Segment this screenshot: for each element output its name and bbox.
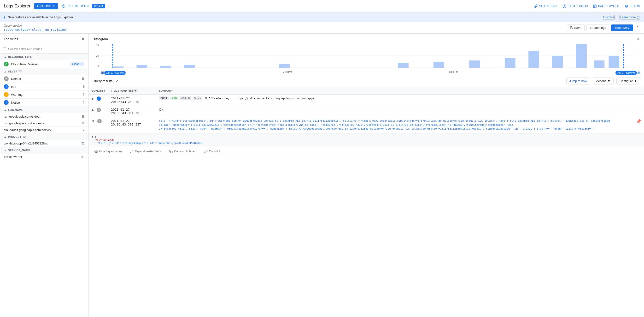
copy-icon: [169, 150, 173, 153]
configure-button[interactable]: Configure ▼: [616, 78, 640, 85]
learn-more-button[interactable]: Learn more: [620, 15, 640, 20]
clear-button[interactable]: Clear ✕: [70, 62, 85, 66]
expand-icon[interactable]: ⤢: [115, 79, 118, 83]
resource-type-section-header[interactable]: ▲ RESOURCE TYPE: [0, 54, 88, 60]
layout-icon: [593, 4, 597, 8]
row-expand-button-3[interactable]: ▼: [92, 119, 95, 123]
expand-nested-button[interactable]: Expand nested fields: [128, 149, 164, 154]
chevron-down-icon-project: ▲: [4, 135, 6, 138]
histogram-chart-area[interactable]: [101, 44, 635, 68]
ist-dropdown-icon: ▼: [134, 89, 137, 92]
results-table: SEVERITY TIMESTAMP IST ▼ SUMMARY: [89, 87, 644, 156]
svg-rect-13: [137, 65, 148, 68]
histogram-title: Histogram: [92, 37, 108, 41]
search-icon: ☰: [3, 47, 6, 51]
sidebar-item-activity[interactable]: cloudaudit.googleapis.com/activity 2: [0, 127, 88, 133]
log-name-activity: cloudaudit.googleapis.com/activity: [4, 128, 83, 132]
default-icon-row2: ✳: [96, 108, 101, 112]
sidebar-item-info[interactable]: i Info 9: [0, 83, 88, 91]
copy-to-clipboard-button[interactable]: Copy to clipboard: [167, 149, 198, 154]
pin-icon[interactable]: 📌: [636, 119, 641, 124]
clear-x-icon: ✕: [80, 62, 83, 66]
svg-rect-25: [609, 56, 620, 68]
json-expanded-view: ▼ { textPayload: "file: {"kind":"storage…: [89, 133, 644, 147]
warning-severity-icon: !: [4, 92, 9, 97]
service-name-label: SERVICE_NAME: [8, 149, 30, 152]
refine-scope-button[interactable]: REFINE SCOPE Project: [62, 4, 105, 9]
histogram-x-axis: Jan 27, 7:09 PM 7:30 PM 8:00 PM Jan 27, …: [101, 71, 640, 75]
sidebar-item-stdout[interactable]: run.googleapis.com/stdout 38: [0, 113, 88, 120]
default-severity-icon: ✳: [4, 76, 9, 81]
sidebar-item-warning[interactable]: ! Warning 3: [0, 91, 88, 99]
severity-notice-label: Notice: [11, 101, 83, 104]
histogram-close-button[interactable]: ✕: [636, 37, 640, 42]
col-header-severity: SEVERITY: [89, 87, 108, 95]
svg-rect-15: [184, 65, 195, 68]
table-row: ▼ ✳ 2021-01-27 20:06:43.301 IST file: {"…: [89, 117, 644, 133]
header: Logs Explorer OPTIONS ▼ REFINE SCOPE Pro…: [0, 0, 644, 13]
search-input[interactable]: [8, 47, 86, 51]
project-id-count: 52: [82, 142, 85, 145]
collapse-button[interactable]: ⌃: [635, 25, 640, 31]
sidebar-title: Log fields: [4, 37, 18, 41]
svg-point-0: [62, 5, 65, 8]
expand-toggle-icon[interactable]: ▼: [92, 135, 93, 138]
sidebar-item-cloud-run-revision[interactable]: ✓ Cloud Run Revision Clear ✕: [0, 60, 88, 68]
learn-button[interactable]: LEARN: [624, 4, 640, 8]
service-name-value: pdf-converter: [4, 155, 82, 159]
share-link-button[interactable]: SHARE LINK: [534, 4, 558, 8]
severity-cell: ▶ i: [89, 95, 108, 106]
project-id-section-header[interactable]: ▲ PROJECT_ID: [0, 133, 88, 140]
service-name-section-header[interactable]: ▲ SERVICE_NAME: [0, 147, 88, 154]
copy-link-button[interactable]: Copy link: [202, 149, 223, 154]
main-layout: Log fields ✕ ☰ ▲ RESOURCE TYPE ✓ Cloud R…: [0, 34, 644, 317]
log-name-requests-count: 12: [82, 122, 85, 125]
resource-type-name: Cloud Run Revision: [11, 62, 70, 66]
app-title: Logs Explorer: [4, 4, 30, 9]
stream-logs-button[interactable]: Stream logs: [586, 24, 609, 31]
last-hour-button[interactable]: LAST 1 HOUR: [562, 4, 588, 8]
summary-cell-1: POST 200 461 B 5 ms APIs-Google; … https…: [156, 95, 644, 106]
jump-to-now-button[interactable]: Jump to now: [566, 78, 590, 85]
svg-rect-16: [279, 64, 290, 68]
service-name-count: 51: [82, 155, 85, 159]
query-preview-code[interactable]: resource.type="cloud_run_revision": [4, 28, 567, 32]
table-row: ▶ i 2021-01-27 20:06:43.208 IST POST 200…: [89, 95, 644, 106]
end-bubble: Jan 27, 8:10 PM: [616, 71, 637, 75]
expanded-row-toggle: ▼ {: [92, 135, 641, 138]
y-label-20: 20: [96, 55, 99, 57]
log-name-section-header[interactable]: ▲ LOG NAME: [0, 107, 88, 113]
project-id-label: PROJECT_ID: [8, 135, 26, 138]
severity-section-header[interactable]: ▲ SEVERITY: [0, 68, 88, 75]
actions-button[interactable]: Actions ▼: [593, 78, 614, 85]
row-expand-button-2[interactable]: ▶: [92, 108, 94, 112]
clear-label: Clear: [72, 62, 79, 66]
log-name-stdout-count: 38: [82, 115, 85, 118]
sidebar-close-button[interactable]: ✕: [81, 37, 85, 42]
share-link-icon: [534, 4, 538, 8]
summary-url-1: APIs-Google; … https://pdf-converter-pcn…: [208, 97, 314, 100]
chevron-down-icon-service: ▲: [4, 149, 6, 152]
ist-badge[interactable]: IST ▼: [128, 89, 138, 92]
row-expand-button[interactable]: ▶: [92, 97, 94, 101]
sidebar-item-requests[interactable]: run.googleapis.com/requests 12: [0, 120, 88, 127]
time-pill: 5 ms: [193, 97, 202, 100]
sidebar-item-project[interactable]: qwiklabs-gcp-04-a2d9457828ad 52: [0, 140, 88, 147]
hide-log-summary-button[interactable]: Hide log summary: [92, 149, 124, 154]
check-icon: ✓: [4, 62, 9, 67]
results-title: Query results: [92, 79, 112, 83]
info-icon: ℹ: [4, 15, 5, 20]
save-button[interactable]: Save: [567, 24, 584, 31]
sidebar-item-default[interactable]: ✳ Default 38: [0, 75, 88, 83]
sidebar-item-pdf-converter[interactable]: pdf-converter 51: [0, 154, 88, 160]
dismiss-button[interactable]: Dismiss: [603, 15, 615, 20]
sidebar-item-notice[interactable]: i Notice 2: [0, 99, 88, 107]
page-layout-button[interactable]: PAGE LAYOUT: [593, 4, 620, 8]
table-container: SEVERITY TIMESTAMP IST ▼ SUMMARY: [89, 87, 644, 317]
histogram-container: 40 20 0: [92, 44, 640, 75]
learn-label: LEARN: [630, 4, 640, 8]
severity-notice-count: 2: [83, 101, 85, 104]
run-query-button[interactable]: Run query: [611, 25, 633, 31]
payload-value-text: "file: {"kind":"storage#object","id":"qw…: [97, 142, 204, 145]
options-button[interactable]: OPTIONS ▼: [34, 3, 58, 9]
